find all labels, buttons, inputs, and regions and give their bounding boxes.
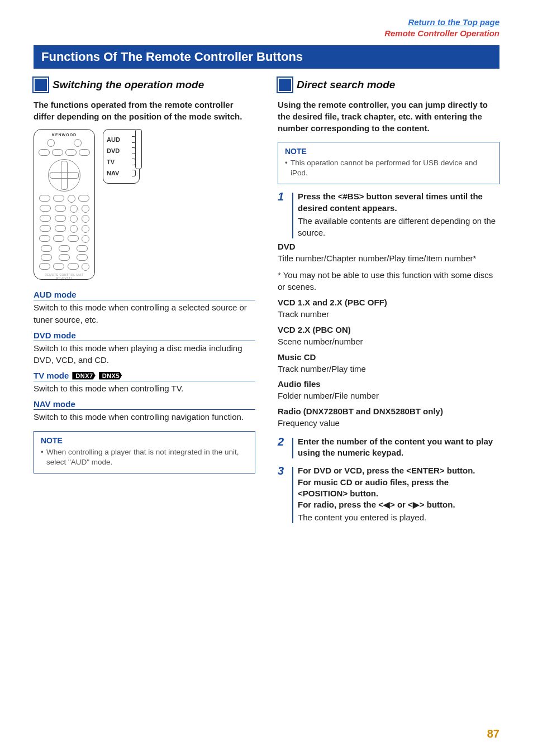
mode-nav-heading: NAV mode — [34, 399, 255, 410]
section-lead: Using the remote controller, you can jum… — [278, 99, 499, 134]
switch-dvd: DVD — [107, 147, 120, 154]
list-vcd2-value: Scene number/number — [278, 336, 499, 348]
section-link[interactable]: Remote Controller Operation — [384, 28, 499, 38]
step-command: Press the <#BS> button several times unt… — [298, 191, 499, 214]
note-text: This operation cannot be performed for U… — [285, 158, 492, 178]
mode-aud-heading: AUD mode — [34, 290, 255, 300]
return-top-link[interactable]: Return to the Top page — [408, 17, 499, 27]
content-columns: Switching the operation mode The functio… — [34, 79, 499, 527]
mode-tv-desc: Switch to this mode when controlling TV. — [34, 382, 255, 395]
list-radio-value: Frequency value — [278, 417, 499, 429]
step-3: 3 For DVD or VCD, press the <ENTER> butt… — [278, 465, 499, 523]
page: Return to the Top page Remote Controller… — [0, 0, 533, 756]
step-description: The content you entered is played. — [298, 511, 499, 523]
step-command-line3: For radio, press the <◀> or <▶> button. — [298, 499, 499, 510]
switch-aud: AUD — [107, 136, 120, 143]
remote-model: REMOTE CONTROL UNITRC-DV331 — [37, 273, 91, 280]
section-title: Direct search mode — [297, 79, 395, 91]
switch-tv: TV — [107, 159, 115, 165]
list-vcd1-head: VCD 1.X and 2.X (PBC OFF) — [278, 298, 499, 307]
mode-dvd-desc: Switch to this mode when playing a disc … — [34, 342, 255, 367]
list-dvd-head: DVD — [278, 242, 499, 251]
step-command-line2: For music CD or audio files, press the <… — [298, 477, 499, 500]
mode-tv-heading: TV mode DNX7 DNX5 — [34, 371, 255, 381]
step-number: 3 — [278, 465, 288, 476]
right-column: Direct search mode Using the remote cont… — [278, 79, 499, 527]
note-box-right: NOTE This operation cannot be performed … — [278, 142, 499, 184]
list-vcd2-head: VCD 2.X (PBC ON) — [278, 325, 499, 334]
list-musiccd-value: Track number/Play time — [278, 363, 499, 375]
list-audiofiles-value: Folder number/File number — [278, 390, 499, 402]
step-command-line1: For DVD or VCD, press the <ENTER> button… — [298, 465, 499, 476]
list-vcd1-value: Track number — [278, 308, 499, 320]
header-links: Return to the Top page Remote Controller… — [34, 17, 499, 39]
page-title: Functions Of The Remote Controller Butto… — [34, 45, 499, 69]
list-musiccd-head: Music CD — [278, 352, 499, 362]
section-marker-icon — [279, 79, 291, 91]
left-column: Switching the operation mode The functio… — [34, 79, 255, 527]
section-marker-icon — [35, 79, 47, 91]
step-bar-icon — [292, 193, 293, 238]
switch-nav: NAV — [107, 170, 119, 176]
note-title: NOTE — [41, 436, 248, 445]
step-2: 2 Enter the number of the content you wa… — [278, 436, 499, 459]
step-number: 2 — [278, 436, 288, 447]
mode-nav-desc: Switch to this mode when controlling nav… — [34, 411, 255, 423]
section-title: Switching the operation mode — [53, 79, 204, 91]
step-number: 1 — [278, 191, 288, 202]
step-description: The available contents are different dep… — [298, 215, 499, 238]
section-lead: The functions operated from the remote c… — [34, 99, 255, 122]
badge-dnx7: DNX7 — [72, 372, 95, 380]
remote-brand: KENWOOD — [37, 133, 91, 137]
section-heading-switching: Switching the operation mode — [34, 79, 255, 91]
step-bar-icon — [292, 467, 293, 523]
list-dvd-value: Title number/Chapter number/Play time/It… — [278, 252, 499, 265]
step-command: Enter the number of the content you want… — [298, 436, 499, 459]
list-audiofiles-head: Audio files — [278, 379, 499, 389]
mode-aud-desc: Switch to this mode when controlling a s… — [34, 302, 255, 326]
mode-switch-diagram: AUD DVD TV NAV — [103, 129, 140, 184]
step-1: 1 Press the <#BS> button several times u… — [278, 191, 499, 238]
page-number: 87 — [487, 728, 499, 740]
list-radio-head: Radio (DNX7280BT and DNX5280BT only) — [278, 406, 499, 416]
list-dvd-footnote: * You may not be able to use this functi… — [278, 269, 499, 294]
step-bar-icon — [292, 438, 293, 459]
section-heading-direct: Direct search mode — [278, 79, 499, 91]
note-title: NOTE — [285, 147, 492, 156]
note-box-left: NOTE When controlling a player that is n… — [34, 431, 255, 473]
remote-controller-diagram: KENWOOD REMOTE CONTROL UNITRC-DV331 — [34, 129, 95, 280]
mode-dvd-heading: DVD mode — [34, 331, 255, 341]
note-text: When controlling a player that is not in… — [41, 447, 248, 467]
remote-figure: KENWOOD REMOTE CONTROL UNITRC-DV331 — [34, 129, 255, 280]
badge-dnx5: DNX5 — [99, 372, 122, 380]
